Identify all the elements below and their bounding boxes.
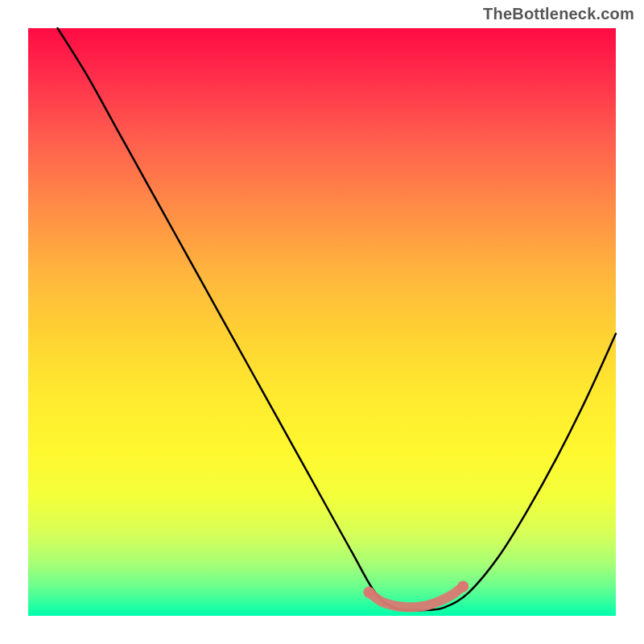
optimal-dot-left bbox=[363, 587, 374, 598]
chart-container: TheBottleneck.com bbox=[0, 0, 644, 644]
plot-area bbox=[28, 28, 616, 616]
optimal-dot-right bbox=[457, 581, 469, 592]
optimal-zone-marker bbox=[369, 587, 463, 608]
curve-layer bbox=[58, 28, 617, 610]
chart-svg bbox=[28, 28, 616, 616]
bottleneck-curve bbox=[58, 28, 617, 610]
attribution-label: TheBottleneck.com bbox=[483, 5, 634, 23]
